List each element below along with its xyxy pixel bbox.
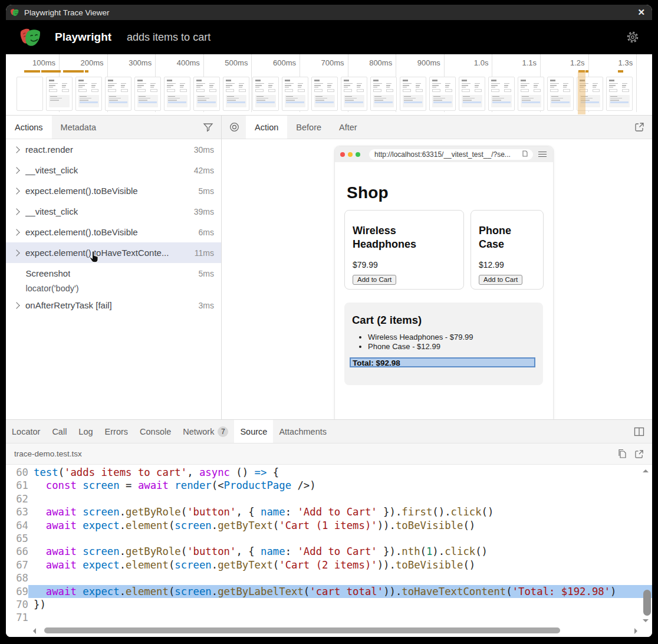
shop-heading: Shop	[347, 183, 544, 202]
tab-errors[interactable]: Errors	[99, 420, 134, 443]
dom-snapshot-area: http://localhost:63315/__vitest_test__/?…	[222, 139, 652, 419]
source-file-bar: trace-demo.test.tsx	[6, 443, 652, 465]
timeline-time-label: 300ms	[108, 58, 152, 67]
bottom-tabbar: LocatorCallLogErrorsConsoleNetwork7Sourc…	[6, 420, 652, 443]
filmstrip-thumbnail[interactable]	[459, 77, 485, 111]
timeline-action-bar	[24, 70, 40, 73]
chevron-right-icon	[13, 188, 19, 194]
window-title: Playwright Trace Viewer	[24, 8, 110, 17]
code-line: 66 await screen.getByRole('button', { na…	[6, 545, 652, 558]
tab-source[interactable]: Source	[234, 420, 273, 443]
close-icon[interactable]: ✕	[637, 7, 645, 18]
filmstrip-thumbnail[interactable]	[75, 77, 102, 111]
scrollbar-arrow-up[interactable]	[643, 469, 649, 472]
product-price: $12.99	[479, 260, 536, 270]
split-view-icon[interactable]	[634, 420, 652, 443]
filmstrip-thumbnail[interactable]	[223, 77, 249, 111]
target-icon[interactable]	[222, 116, 246, 139]
tab-metadata[interactable]: Metadata	[52, 116, 105, 139]
filmstrip-thumbnail[interactable]	[429, 77, 456, 111]
copy-icon[interactable]	[617, 449, 627, 459]
snapshot-browser-chrome: http://localhost:63315/__vitest_test__/?…	[335, 146, 553, 162]
tab-call[interactable]: Call	[46, 420, 73, 443]
timeline-time-label: 1.1s	[493, 58, 537, 67]
open-source-external-icon[interactable]	[634, 449, 644, 459]
copy-url-icon[interactable]	[521, 150, 528, 158]
network-count-badge: 7	[218, 426, 228, 437]
product-name: Wireless Headphones	[353, 224, 456, 251]
app-header: Playwright adds items to cart	[6, 20, 652, 54]
action-duration: 30ms	[190, 145, 214, 155]
settings-gear-icon[interactable]	[626, 31, 639, 44]
action-row[interactable]: Screenshot5ms	[6, 263, 221, 284]
add-to-cart-button[interactable]: Add to Cart	[353, 275, 396, 285]
action-row[interactable]: onAfterRetryTask [fail]3ms	[6, 295, 221, 316]
filmstrip-thumbnail[interactable]	[400, 77, 426, 111]
filmstrip-thumbnail[interactable]	[46, 77, 73, 111]
action-locator: locator('body')	[6, 281, 221, 295]
filmstrip-thumbnail[interactable]	[252, 77, 279, 111]
code-line: 67 await expect.element(screen.getByText…	[6, 558, 652, 571]
action-row[interactable]: expect.element().toBeVisible5ms	[6, 180, 221, 201]
line-number: 68	[6, 571, 28, 584]
timeline-time-label: 800ms	[348, 58, 392, 67]
filmstrip-thumbnail[interactable]	[17, 77, 43, 111]
horizontal-scrollbar-thumb[interactable]	[44, 627, 560, 633]
inspector-panel: Action Before After http://localhost:633…	[222, 116, 652, 419]
tab-actions[interactable]: Actions	[6, 116, 52, 139]
line-number: 61	[6, 479, 28, 492]
action-row[interactable]: expect.element().toHaveTextConte...11ms	[6, 242, 221, 263]
action-duration: 5ms	[195, 186, 214, 196]
tab-network[interactable]: Network7	[177, 420, 234, 443]
address-bar[interactable]: http://localhost:63315/__vitest_test__/?…	[369, 149, 533, 160]
filmstrip-thumbnail[interactable]	[370, 77, 397, 111]
filmstrip-thumbnail[interactable]	[311, 77, 338, 111]
action-duration: 11ms	[191, 248, 214, 258]
open-external-icon[interactable]	[634, 116, 652, 139]
add-to-cart-button[interactable]: Add to Cart	[479, 275, 522, 285]
source-file-name: trace-demo.test.tsx	[14, 449, 82, 458]
browser-menu-icon[interactable]	[538, 150, 547, 159]
cart-heading: Cart (2 items)	[352, 314, 537, 327]
line-number: 60	[6, 466, 28, 479]
filmstrip-thumbnail[interactable]	[164, 77, 190, 111]
chevron-right-icon	[13, 249, 19, 256]
action-duration: 3ms	[195, 301, 214, 310]
scrollbar-arrow-right[interactable]	[634, 628, 637, 634]
snapshot-browser-frame: http://localhost:63315/__vitest_test__/?…	[335, 146, 553, 419]
line-number: 65	[6, 532, 28, 545]
tab-before[interactable]: Before	[287, 116, 330, 139]
tab-after[interactable]: After	[330, 116, 366, 139]
filmstrip-thumbnail[interactable]	[606, 77, 633, 111]
vertical-scrollbar-thumb[interactable]	[643, 590, 651, 616]
actions-panel: Actions Metadata react.render30ms__vites…	[6, 116, 222, 419]
traffic-light-green-icon	[356, 152, 360, 157]
filmstrip-thumbnail[interactable]	[518, 77, 544, 111]
filmstrip-thumbnail[interactable]	[547, 77, 574, 111]
scrollbar-arrow-down[interactable]	[643, 619, 649, 622]
action-row[interactable]: __vitest_click39ms	[6, 201, 221, 222]
timeline-action-bar	[618, 70, 623, 73]
filmstrip-thumbnail[interactable]	[488, 77, 515, 111]
timeline-time-label: 1.0s	[445, 58, 488, 67]
filmstrip-thumbnail[interactable]	[105, 77, 131, 111]
action-label: __vitest_click	[25, 165, 78, 175]
action-row[interactable]: react.render30ms	[6, 139, 221, 160]
filmstrip-thumbnail[interactable]	[282, 77, 308, 111]
tab-console[interactable]: Console	[134, 420, 177, 443]
tab-log[interactable]: Log	[73, 420, 98, 443]
filmstrip-thumbnail[interactable]	[134, 77, 161, 111]
tab-locator[interactable]: Locator	[6, 420, 46, 443]
filter-icon[interactable]	[203, 116, 221, 139]
tab-action[interactable]: Action	[246, 116, 287, 139]
tab-attachments[interactable]: Attachments	[273, 420, 333, 443]
filmstrip-thumbnail[interactable]	[193, 77, 220, 111]
test-title: adds items to cart	[127, 31, 210, 44]
filmstrip-thumbnail[interactable]	[341, 77, 367, 111]
scrollbar-arrow-left[interactable]	[33, 628, 36, 634]
timeline[interactable]: 100ms200ms300ms400ms500ms600ms700ms800ms…	[6, 54, 652, 116]
action-label: onAfterRetryTask [fail]	[25, 300, 112, 310]
action-row[interactable]: expect.element().toBeVisible6ms	[6, 222, 221, 242]
action-row[interactable]: __vitest_click42ms	[6, 160, 221, 180]
timeline-time-label: 200ms	[60, 58, 104, 67]
